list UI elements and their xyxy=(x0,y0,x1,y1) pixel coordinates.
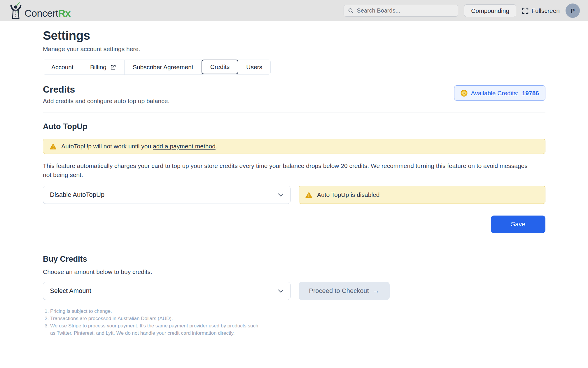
auto-topup-select[interactable]: Disable AutoTopUp xyxy=(43,186,290,204)
auto-topup-section: Auto TopUp AutoTopUp will not work until… xyxy=(43,122,545,233)
available-credits-badge: $ Available Credits: 19786 xyxy=(454,85,545,101)
buy-credits-title: Buy Credits xyxy=(43,255,545,264)
search-icon xyxy=(348,8,354,14)
add-payment-method-link[interactable]: add a payment method xyxy=(153,143,216,150)
brand-name: ConcertRx xyxy=(24,8,71,19)
app-header: ConcertRx Compounding Fullscreen P xyxy=(0,0,588,21)
save-button[interactable]: Save xyxy=(491,216,545,233)
payment-method-warning: AutoTopUp will not work until you add a … xyxy=(43,139,545,154)
fullscreen-button[interactable]: Fullscreen xyxy=(522,7,560,14)
svg-text:$: $ xyxy=(463,91,465,95)
auto-topup-title: Auto TopUp xyxy=(43,122,545,131)
avatar[interactable]: P xyxy=(566,4,580,18)
search-input[interactable] xyxy=(357,7,454,14)
pricing-note: Transactions are processed in Australian… xyxy=(50,315,265,322)
checkout-label: Proceed to Checkout xyxy=(309,287,369,295)
chevron-down-icon xyxy=(278,289,284,293)
fullscreen-icon xyxy=(522,8,528,14)
tab-credits[interactable]: Credits xyxy=(202,60,239,74)
tab-subscriber-agreement[interactable]: Subscriber Agreement xyxy=(125,60,202,74)
credits-section-header: Credits Add credits and configure auto t… xyxy=(43,84,545,105)
auto-topup-description: This feature automatically charges your … xyxy=(43,161,536,179)
compounding-button[interactable]: Compounding xyxy=(464,4,516,17)
available-credits-value: 19786 xyxy=(522,90,539,97)
arrow-right-icon: → xyxy=(373,287,379,295)
auto-topup-status-text: Auto TopUp is disabled xyxy=(317,191,379,198)
credits-subtitle: Add credits and configure auto top up ba… xyxy=(43,98,169,105)
pricing-note: We use Stripe to process your payment. I… xyxy=(50,322,265,337)
fullscreen-label: Fullscreen xyxy=(531,7,560,14)
auto-topup-select-value: Disable AutoTopUp xyxy=(50,191,104,199)
brand-logo[interactable]: ConcertRx xyxy=(9,2,71,19)
tab-users[interactable]: Users xyxy=(238,60,270,74)
external-link-icon xyxy=(110,64,116,70)
tab-billing-label: Billing xyxy=(90,64,106,71)
coin-icon: $ xyxy=(461,90,468,97)
settings-tabs: Account Billing Subscriber Agreement Cre… xyxy=(43,60,271,75)
buy-credits-section: Buy Credits Choose an amount below to bu… xyxy=(43,255,545,337)
auto-topup-status-warning: Auto TopUp is disabled xyxy=(299,186,545,204)
tab-account[interactable]: Account xyxy=(43,60,82,74)
buy-credits-subtitle: Choose an amount below to buy credits. xyxy=(43,268,545,275)
available-credits-label: Available Credits: xyxy=(471,90,519,97)
chevron-down-icon xyxy=(278,193,284,197)
tab-billing[interactable]: Billing xyxy=(82,60,125,74)
warning-icon xyxy=(49,143,57,150)
payment-warning-text: AutoTopUp will not work until you add a … xyxy=(61,143,217,150)
brand-accent: Rx xyxy=(58,8,71,19)
pricing-note: Pricing is subject to change. xyxy=(50,308,265,315)
credits-title: Credits xyxy=(43,84,169,95)
conductor-logo-icon xyxy=(9,2,24,19)
amount-select-value: Select Amount xyxy=(50,287,91,295)
proceed-to-checkout-button[interactable]: Proceed to Checkout → xyxy=(299,282,390,300)
main-content: Settings Manage your account settings he… xyxy=(0,21,588,337)
page-title: Settings xyxy=(43,29,545,43)
search-box[interactable] xyxy=(344,5,458,17)
section-divider xyxy=(43,112,545,112)
amount-select[interactable]: Select Amount xyxy=(43,282,290,300)
pricing-notes: Pricing is subject to change. Transactio… xyxy=(43,308,265,337)
page-subtitle: Manage your account settings here. xyxy=(43,46,545,53)
warning-icon xyxy=(305,191,313,199)
